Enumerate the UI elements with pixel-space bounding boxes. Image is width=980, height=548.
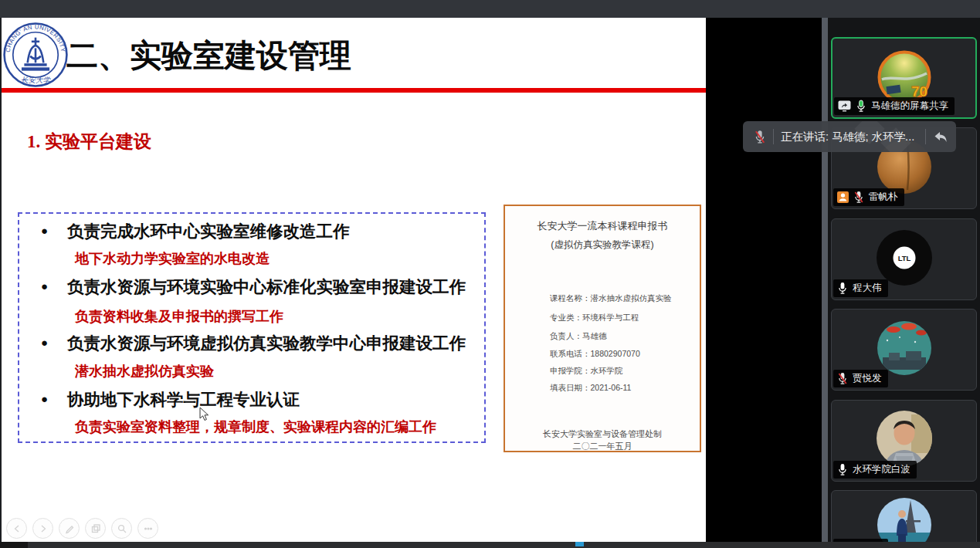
meeting-window: CHANG' AN UNIVERSITY 长安大学 二、实验室建设管理 1. 实… — [0, 0, 980, 548]
avatar-initials: LTL — [897, 254, 910, 262]
participant-name: 马雄德的屏幕共享 — [871, 100, 948, 113]
doc-footer-publisher: 长安大学实验室与设备管理处制 — [505, 428, 700, 440]
doc-subtitle: (虚拟仿真实验教学课程) — [505, 238, 700, 252]
pen-tool-button[interactable] — [59, 518, 80, 539]
doc-title: 长安大学一流本科课程申报书 — [505, 219, 700, 233]
taskbar-strip[interactable] — [0, 542, 980, 548]
doc-field-phone: 联系电话：18802907070 — [550, 349, 640, 360]
koi-pond-avatar — [877, 320, 932, 376]
application-document-preview: 长安大学一流本科课程申报书 (虚拟仿真实验教学课程) 课程名称：潜水抽水虚拟仿真… — [504, 205, 701, 452]
mouse-cursor — [199, 407, 210, 422]
triangle-left-icon — [12, 523, 22, 534]
bullet-4-main: ●协助地下水科学与工程专业认证 — [41, 388, 300, 411]
mic-muted-icon — [754, 130, 766, 144]
taskbar-accent — [575, 542, 584, 546]
toast-divider — [925, 129, 926, 144]
participant-name: 雷帆朴 — [869, 191, 898, 204]
bullet-dot: ● — [41, 337, 67, 350]
mic-on-icon — [837, 282, 848, 295]
speaking-toast[interactable]: 正在讲话: 马雄德; 水环学... — [743, 121, 956, 152]
toast-divider — [773, 129, 774, 144]
changan-university-logo: CHANG' AN UNIVERSITY 长安大学 — [2, 22, 69, 88]
presentation-nav-controls — [6, 518, 158, 539]
doc-field-leader: 负责人：马雄德 — [550, 331, 607, 342]
mic-on-icon — [837, 463, 848, 476]
video-stage-background — [706, 18, 823, 548]
participant-tile[interactable]: 水环学院白波 — [831, 400, 977, 482]
title-underline — [0, 88, 706, 93]
bullet-2-main: ●负责水资源与环境实验中心标准化实验室申报建设工作 — [41, 276, 466, 298]
logo-cn-text: 长安大学 — [21, 76, 51, 84]
zoom-tool-button[interactable] — [111, 518, 132, 539]
ellipsis-icon — [143, 523, 154, 534]
triangle-right-icon — [38, 523, 49, 534]
participant-orange-icon — [837, 191, 849, 203]
bullet-4-sub: 负责实验室资料整理，规章制度、实验课程内容的汇编工作 — [75, 418, 436, 436]
bullet-2-sub: 负责资料收集及申报书的撰写工作 — [75, 307, 283, 326]
participant-sidebar: 70 马雄德的屏幕共享 — [828, 18, 980, 548]
bullet-1-sub: 地下水动力学实验室的水电改造 — [75, 249, 270, 268]
slides-overview-button[interactable] — [85, 518, 106, 539]
pages-icon — [90, 523, 101, 534]
participant-label: 马雄德的屏幕共享 — [834, 97, 955, 115]
doc-field-major: 专业类：环境科学与工程 — [550, 313, 639, 323]
participant-label: 程大伟 — [833, 279, 888, 297]
slide-title: 二、实验室建设管理 — [66, 35, 351, 77]
participant-label: 水环学院白波 — [833, 461, 917, 479]
more-tools-button[interactable] — [137, 518, 158, 539]
screen-share-icon — [838, 100, 851, 112]
reply-arrow-icon — [933, 130, 948, 144]
mic-muted-icon — [853, 191, 864, 204]
bullet-dot: ● — [41, 225, 67, 238]
participant-label: 贾悦发 — [833, 370, 888, 387]
participant-list-scrollbar[interactable] — [822, 18, 828, 548]
bullet-dot: ● — [41, 280, 67, 293]
section-heading: 1. 实验平台建设 — [27, 130, 151, 154]
bullet-dot: ● — [41, 393, 67, 406]
window-left-edge — [0, 18, 2, 543]
bullet-box: ●负责完成水环中心实验室维修改造工作 地下水动力学实验室的水电改造 ●负责水资源… — [18, 212, 486, 443]
participant-tile[interactable]: LTL 程大伟 — [831, 218, 977, 300]
bullet-3-main: ●负责水资源与环境虚拟仿真实验教学中心申报建设工作 — [41, 332, 466, 354]
doc-field-course: 课程名称：潜水抽水虚拟仿真实验 — [550, 293, 672, 304]
pen-icon — [64, 523, 75, 534]
webcam-portrait-avatar — [876, 410, 933, 467]
magnifier-icon — [117, 523, 127, 534]
participant-name: 水环学院白波 — [853, 463, 910, 476]
doc-field-college: 申报学院：水环学院 — [550, 366, 623, 377]
taskbar-dark-segment — [0, 542, 28, 548]
participant-label: 雷帆朴 — [833, 188, 904, 206]
ltl-avatar: LTL — [876, 229, 933, 286]
participant-tile[interactable]: 任柏铭 — [831, 490, 977, 548]
window-top-bar — [0, 0, 980, 18]
participant-tile-screen-share[interactable]: 70 马雄德的屏幕共享 — [831, 37, 977, 119]
next-slide-button[interactable] — [32, 518, 53, 539]
mic-active-icon — [856, 100, 866, 113]
bullet-3-sub: 潜水抽水虚拟仿真实验 — [75, 362, 214, 381]
shared-slide: CHANG' AN UNIVERSITY 长安大学 二、实验室建设管理 1. 实… — [0, 18, 706, 543]
participant-name: 贾悦发 — [853, 372, 882, 385]
participant-name: 程大伟 — [853, 282, 882, 295]
prev-slide-button[interactable] — [6, 518, 27, 539]
mic-muted-icon — [837, 372, 848, 385]
reply-arrow-button[interactable] — [933, 130, 948, 144]
doc-field-date: 填表日期：2021-06-11 — [550, 383, 631, 394]
doc-footer-date: 二〇二一年五月 — [505, 441, 700, 452]
participant-tile[interactable]: 贾悦发 — [831, 309, 977, 391]
landscape-70-avatar: 70 — [877, 50, 931, 104]
bullet-1-main: ●负责完成水环中心实验室维修改造工作 — [41, 220, 350, 242]
